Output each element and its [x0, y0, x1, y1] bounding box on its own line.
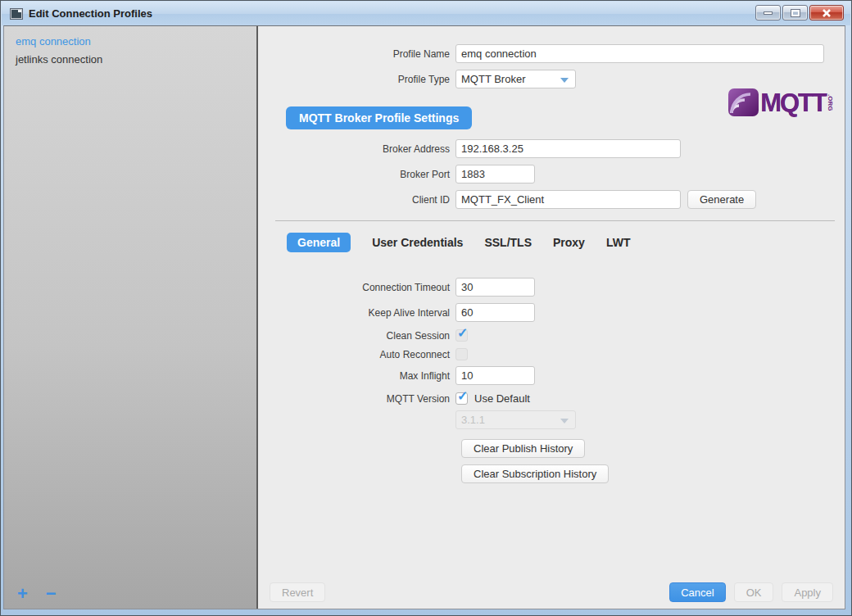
- profiles-sidebar: emq connection jetlinks connection + −: [4, 26, 258, 609]
- auto-reconnect-row: Auto Reconnect: [258, 347, 845, 361]
- tab-ssl-tls[interactable]: SSL/TLS: [484, 236, 532, 249]
- profile-type-dropdown[interactable]: MQTT Broker: [455, 70, 576, 88]
- keep-alive-input[interactable]: [455, 303, 535, 322]
- broker-port-row: Broker Port: [258, 165, 845, 183]
- dialog-footer: Revert Cancel OK Apply: [258, 582, 845, 602]
- profile-name-row: Profile Name: [258, 44, 845, 63]
- sidebar-item-jetlinks-connection[interactable]: jetlinks connection: [4, 51, 256, 69]
- broker-port-label: Broker Port: [258, 169, 455, 180]
- tab-lwt[interactable]: LWT: [606, 236, 631, 249]
- check-icon: ✓: [457, 388, 468, 404]
- mqtt-logo-text: MQTT: [760, 90, 826, 116]
- mqtt-logo-org: .ORG: [827, 94, 833, 111]
- check-icon: ✓: [457, 325, 468, 341]
- max-inflight-row: Max Inflight: [258, 366, 845, 385]
- maximize-button[interactable]: [782, 5, 808, 20]
- settings-tabs: General User Credentials SSL/TLS Proxy L…: [287, 231, 845, 253]
- mqtt-version-value: 3.1.1: [461, 414, 485, 426]
- use-default-label: Use Default: [474, 392, 530, 405]
- apply-button[interactable]: Apply: [782, 582, 833, 602]
- window-title: Edit Connection Profiles: [29, 7, 152, 20]
- close-icon: [822, 9, 832, 17]
- chevron-down-icon: [560, 419, 569, 424]
- minimize-icon: [764, 11, 773, 15]
- profile-type-value: MQTT Broker: [461, 73, 526, 85]
- broker-address-row: Broker Address: [258, 139, 845, 158]
- broker-settings-header: MQTT Broker Profile Settings: [286, 106, 472, 129]
- clean-session-row: Clean Session ✓: [258, 328, 845, 342]
- auto-reconnect-checkbox[interactable]: [455, 348, 468, 360]
- auto-reconnect-label: Auto Reconnect: [258, 349, 455, 360]
- ok-button[interactable]: OK: [734, 582, 774, 602]
- cancel-button[interactable]: Cancel: [669, 582, 725, 602]
- titlebar: Edit Connection Profiles: [2, 2, 850, 25]
- keep-alive-label: Keep Alive Interval: [258, 307, 455, 319]
- generate-button[interactable]: Generate: [687, 190, 756, 209]
- clean-session-checkbox[interactable]: ✓: [455, 329, 468, 342]
- chevron-down-icon: [560, 78, 569, 83]
- minimize-button[interactable]: [755, 5, 781, 20]
- close-button[interactable]: [809, 5, 844, 20]
- mqtt-org-logo: MQTT .ORG: [728, 88, 833, 116]
- mqtt-version-label: MQTT Version: [258, 393, 455, 405]
- mqtt-version-row: MQTT Version ✓ Use Default: [258, 392, 845, 405]
- max-inflight-input[interactable]: [455, 366, 535, 385]
- profile-type-label: Profile Type: [258, 74, 455, 85]
- profile-name-label: Profile Name: [258, 48, 455, 60]
- use-default-checkbox[interactable]: ✓: [455, 392, 468, 405]
- tab-user-credentials[interactable]: User Credentials: [372, 236, 463, 249]
- maximize-icon: [791, 10, 800, 16]
- keep-alive-row: Keep Alive Interval: [258, 303, 845, 322]
- remove-profile-button[interactable]: −: [46, 586, 57, 602]
- connection-timeout-input[interactable]: [455, 278, 535, 297]
- mqtt-version-select-row: 3.1.1: [258, 410, 845, 429]
- profile-name-input[interactable]: [455, 44, 824, 63]
- section-divider: [275, 220, 835, 221]
- add-profile-button[interactable]: +: [17, 586, 28, 602]
- tab-proxy[interactable]: Proxy: [553, 236, 585, 249]
- edit-connection-profiles-window: Edit Connection Profiles emq connection …: [0, 0, 852, 616]
- client-id-input[interactable]: [455, 190, 681, 209]
- connection-timeout-label: Connection Timeout: [258, 282, 455, 293]
- app-window-icon: [10, 8, 23, 20]
- max-inflight-label: Max Inflight: [258, 370, 455, 382]
- client-id-label: Client ID: [258, 194, 455, 206]
- mqtt-version-dropdown[interactable]: 3.1.1: [455, 410, 576, 429]
- clear-publish-history-button[interactable]: Clear Publish History: [461, 439, 585, 458]
- clear-subscription-history-button[interactable]: Clear Subscription History: [461, 464, 609, 483]
- connection-timeout-row: Connection Timeout: [258, 278, 845, 297]
- sidebar-item-emq-connection[interactable]: emq connection: [4, 33, 256, 51]
- broker-port-input[interactable]: [455, 165, 535, 183]
- profile-editor-panel: MQTT .ORG Profile Name Profile Type MQTT…: [258, 26, 845, 609]
- tab-general[interactable]: General: [287, 233, 351, 252]
- clean-session-label: Clean Session: [258, 330, 455, 342]
- broker-address-label: Broker Address: [258, 143, 455, 155]
- profile-type-row: Profile Type MQTT Broker: [258, 70, 845, 88]
- mqtt-logo-icon: [728, 88, 759, 116]
- revert-button[interactable]: Revert: [270, 582, 325, 602]
- client-id-row: Client ID Generate: [258, 190, 845, 209]
- broker-address-input[interactable]: [455, 139, 681, 158]
